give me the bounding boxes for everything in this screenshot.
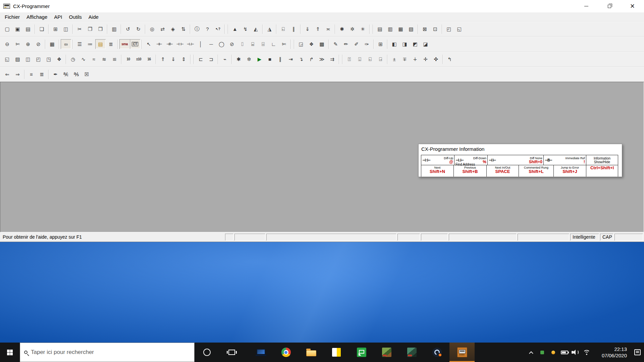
network-button[interactable] — [581, 343, 592, 362]
magnify-cut-button[interactable]: ✄ — [12, 39, 23, 49]
monitor-hex-button[interactable]: 16 — [144, 54, 154, 64]
debug-online-button[interactable]: ◭ — [251, 24, 261, 34]
tray-expand-button[interactable] — [526, 343, 537, 362]
close-button[interactable]: × — [621, 0, 644, 12]
program-mode-button[interactable]: ⍇ — [278, 24, 288, 34]
address-reference-button[interactable]: ⊡ — [430, 24, 440, 34]
ctrl-shift-i-cell[interactable]: Ctrl+Shift+I — [586, 165, 618, 177]
paste-button[interactable]: ❒ — [95, 24, 106, 34]
notes-app[interactable] — [324, 343, 349, 362]
sim-continuous-button[interactable]: ≫ — [317, 54, 327, 64]
sim-pause-button[interactable]: ∥ — [275, 54, 285, 64]
sim-step-out-button[interactable]: ↱ — [306, 54, 317, 64]
immediate-ref-cell[interactable]: ⊣!⊢Immediate Ref! — [543, 155, 586, 165]
menu-api[interactable]: API — [51, 13, 65, 21]
show-line-numbers-button[interactable]: ≔ — [85, 39, 95, 49]
battery-button[interactable] — [559, 343, 570, 362]
toggle-watch-window-button[interactable]: ◫ — [23, 54, 33, 64]
menu-fichier[interactable]: Fichier — [1, 13, 23, 21]
toggle-symbol-window-button[interactable]: ◳ — [44, 54, 54, 64]
io-break-2-button[interactable]: ⍗ — [355, 54, 365, 64]
cortana-button[interactable] — [195, 343, 219, 362]
set-value-button[interactable]: ⊏ — [196, 54, 206, 64]
transfer-to-plc-button[interactable]: ⇓ — [302, 24, 313, 34]
sim-scan-button[interactable]: ⇉ — [327, 54, 337, 64]
new-closed-contact-button[interactable]: ⊣/⊢ — [164, 39, 175, 49]
previous-cell[interactable]: PreviousShift+B — [453, 165, 487, 177]
diff-mon-3-button[interactable]: ∔ — [410, 54, 420, 64]
taskbar-clock[interactable]: 22:13 07/06/2020 — [595, 346, 627, 359]
redo-button[interactable]: ↻ — [133, 24, 144, 34]
menu-outils[interactable]: Outils — [65, 13, 85, 21]
edit-sfc-button[interactable]: ✑ — [362, 39, 372, 49]
profile-monitor-button[interactable]: ≌ — [109, 54, 120, 64]
cut-button[interactable]: ✂ — [74, 24, 85, 34]
new-closed-coil-button[interactable]: ⊘ — [227, 39, 237, 49]
horizontal-line-button[interactable]: ─ — [206, 39, 216, 49]
help-topics-button[interactable]: ? — [202, 24, 213, 34]
edit-fb-instance-button[interactable]: ✏ — [341, 39, 351, 49]
show-monitor-in-rung-button[interactable]: ▤ — [95, 39, 106, 49]
sim-stop-button[interactable]: ■ — [265, 54, 275, 64]
transfer-fb-button[interactable]: ◲ — [296, 39, 306, 49]
about-info-button[interactable]: ⓘ — [192, 24, 202, 34]
toggle-project-window-button[interactable]: ◱ — [2, 54, 12, 64]
diff-mon-2-button[interactable]: ∓ — [399, 54, 410, 64]
context-help-button[interactable]: ↖? — [213, 24, 223, 34]
open-file-button[interactable]: ▣ — [12, 24, 23, 34]
tray-app-1[interactable] — [537, 343, 548, 362]
reset-value-button[interactable]: ⊐ — [206, 54, 216, 64]
menu-affichage[interactable]: Affichage — [23, 13, 51, 21]
show-rung-dividers-button[interactable]: ≣ — [106, 39, 116, 49]
io-break-1-button[interactable]: ⍐ — [344, 54, 355, 64]
zoom-out-button[interactable]: ⊖ — [2, 39, 12, 49]
retrace-search-button[interactable]: ⇅ — [178, 24, 189, 34]
cx-programmer-app[interactable] — [449, 343, 475, 362]
edit-st-button[interactable]: ✐ — [351, 39, 362, 49]
compare-programs-button[interactable]: ❏ — [37, 24, 47, 34]
round-app[interactable] — [424, 343, 449, 362]
sim-go-button[interactable]: ▶ — [254, 54, 265, 64]
diff-mon-4-button[interactable]: ✛ — [420, 54, 431, 64]
force-on-button[interactable]: ⇑ — [158, 54, 168, 64]
copy-button[interactable]: ❐ — [85, 24, 95, 34]
address-list-button[interactable]: ≣ — [37, 69, 47, 79]
simulator-debug-button[interactable]: ✲ — [244, 54, 254, 64]
io-table-button[interactable]: ▤ — [375, 24, 385, 34]
minimize-button[interactable] — [575, 0, 598, 12]
diff-none-cell[interactable]: ⊣ ⊢Diff NoneShift+0 — [487, 155, 544, 165]
sim-step-button[interactable]: ⇥ — [285, 54, 296, 64]
erase-tool-button[interactable]: ✄ — [279, 39, 289, 49]
work-online-simulator-button[interactable]: ↯ — [240, 24, 251, 34]
information-show-hide-cell[interactable]: Information Show/Hide — [586, 155, 618, 165]
laptop-app[interactable] — [248, 343, 273, 362]
action-center-button[interactable] — [630, 343, 641, 362]
monitor-signed-button[interactable]: ±10 — [133, 54, 144, 64]
window-cascade-button[interactable]: ◧ — [389, 39, 399, 49]
start-button[interactable] — [0, 343, 20, 362]
go-to-rung-button[interactable]: ✒ — [50, 69, 61, 79]
search-input[interactable] — [31, 349, 190, 356]
compile-program-button[interactable]: ❖ — [306, 39, 317, 49]
diff-up-cell[interactable]: ⊣↑⊢Diff-Up@ — [421, 155, 454, 165]
diff-up-contact-button[interactable]: ⊣↑⊢ — [175, 39, 185, 49]
volume-button[interactable] — [570, 343, 581, 362]
cross-reference-button[interactable]: ⊠ — [420, 24, 430, 34]
selection-tool-button[interactable]: ↖ — [144, 39, 154, 49]
output-window-toggle-button[interactable]: ◱ — [454, 24, 465, 34]
zoom-in-button[interactable]: ⊕ — [23, 39, 33, 49]
commented-rung-cell[interactable]: Commented RungShift+L — [519, 165, 554, 177]
restore-button[interactable] — [598, 0, 621, 12]
online-edit-send-button[interactable]: ✲ — [347, 24, 358, 34]
window-tile-h-button[interactable]: ◨ — [399, 39, 410, 49]
toggle-monitoring-button[interactable]: ◮ — [264, 24, 275, 34]
jump-back-button[interactable]: ↰ — [444, 54, 455, 64]
program-check-button[interactable]: ▩ — [317, 39, 327, 49]
symbols-table-button[interactable]: ⊞ — [375, 39, 386, 49]
next-in-out-cell[interactable]: Next In/OutSPACE — [486, 165, 519, 177]
find-button[interactable]: ◎ — [147, 24, 157, 34]
new-file-button[interactable]: ▢ — [2, 24, 12, 34]
chrome-app[interactable] — [273, 343, 299, 362]
window-arrange-button[interactable]: ◪ — [420, 39, 431, 49]
information-window[interactable]: CX-Programmer Information ⊣↑⊢Diff-Up@⊣↓⊢… — [418, 144, 622, 177]
